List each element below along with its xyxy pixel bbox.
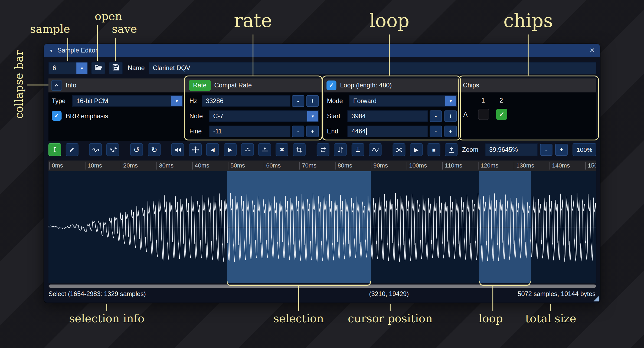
chevron-down-icon[interactable]: ▼ (76, 63, 87, 74)
ruler-tick: 30ms (156, 162, 174, 170)
zoom-value: 39.9645% (489, 146, 518, 153)
stop-icon: ■ (432, 146, 436, 153)
annotation-bracket-selection (227, 281, 371, 286)
draw-tool-button[interactable] (66, 143, 79, 156)
ruler-tick: 100ms (407, 162, 427, 170)
filter-button[interactable] (369, 143, 381, 156)
reverse-button[interactable] (317, 143, 329, 156)
annotation-bracket-loop (479, 281, 531, 286)
ibeam-cursor-icon (51, 146, 58, 153)
info-section-title: Info (66, 82, 76, 89)
resize-grip[interactable] (593, 296, 599, 301)
collapse-section-button[interactable] (51, 80, 62, 91)
sample-selector[interactable]: 6 ▼ (48, 62, 88, 74)
annotation-collapse-bar: collapse bar (12, 50, 25, 119)
undo-icon: ↺ (133, 145, 140, 154)
zoom-in-button[interactable]: + (555, 144, 568, 156)
normalize-button[interactable] (189, 143, 202, 156)
swap-horizontal-icon (319, 146, 327, 153)
name-value: Clarinet DQV (153, 64, 190, 72)
resize-button[interactable] (89, 143, 102, 156)
close-icon[interactable]: ✕ (590, 47, 595, 54)
annotation-total-size: total size (525, 312, 576, 325)
annotation-selection-info: selection info (69, 312, 145, 325)
annotation-line-chips (528, 34, 529, 75)
insert-silence-button[interactable] (241, 143, 254, 156)
annotation-chips: chips (504, 10, 553, 31)
annotation-line-total-size (550, 304, 551, 311)
crossfade-button[interactable] (393, 143, 405, 156)
annotation-loop: loop (369, 10, 409, 31)
brr-emphasis-checkbox[interactable]: ✓ (52, 111, 61, 121)
zoom-input[interactable]: 39.9645% (485, 143, 538, 156)
open-button[interactable] (91, 62, 105, 74)
filter-wave-icon (371, 146, 379, 153)
delete-button[interactable]: ✖ (276, 143, 288, 156)
ruler-tick: 80ms (335, 162, 352, 170)
silence-apply-icon (261, 146, 268, 153)
annotation-save: save (112, 22, 137, 35)
plus-minus-icon: ± (356, 145, 360, 154)
cursor-position-status: (3210, 19429) (369, 290, 409, 298)
swap-vertical-icon (336, 146, 344, 153)
check-icon: ✓ (54, 112, 59, 119)
trim-button[interactable] (293, 143, 306, 156)
chevron-down-icon[interactable]: ▼ (171, 96, 182, 106)
preview-button[interactable]: ▶ (410, 143, 423, 156)
wave-resize-icon (92, 146, 99, 153)
info-section-header: Info (48, 78, 186, 93)
zoom-out-button[interactable]: - (540, 144, 553, 156)
annotation-line-rate (253, 34, 253, 75)
annotation-line-selection-info (106, 304, 107, 311)
redo-button[interactable]: ↻ (148, 143, 161, 156)
fade-out-button[interactable]: ▶ (224, 143, 237, 156)
ruler-tick: 40ms (192, 162, 209, 170)
ruler-tick: 20ms (121, 162, 138, 170)
pencil-icon (68, 146, 76, 153)
annotation-rect-rate (184, 75, 322, 140)
silence-insert-icon (244, 146, 251, 153)
name-input[interactable]: Clarinet DQV (149, 62, 596, 74)
resample-button[interactable] (106, 143, 119, 156)
sign-invert-button[interactable]: ± (352, 143, 364, 156)
arrows-out-icon (192, 146, 199, 153)
annotation-line-selection (298, 286, 299, 311)
window-collapse-icon[interactable]: ▼ (49, 48, 53, 53)
ruler-tick: 120ms (478, 162, 498, 170)
fade-in-button[interactable]: ◀ (206, 143, 219, 156)
brr-emphasis-label: BRR emphasis (66, 110, 108, 123)
type-dropdown[interactable]: 16-bit PCM ▼ (72, 95, 183, 107)
zoom-reset-button[interactable]: 100% (573, 143, 596, 156)
folder-open-icon (94, 63, 102, 73)
zoom-label: Zoom (462, 143, 478, 156)
redo-icon: ↻ (151, 145, 157, 154)
annotation-line-loop (389, 34, 390, 75)
play-icon: ▶ (414, 146, 419, 153)
total-size-status: 5072 samples, 10144 bytes (518, 290, 596, 298)
floppy-disk-icon (112, 64, 119, 73)
selection-status: Select (1654-2983: 1329 samples) (48, 290, 146, 298)
annotation-cursor-position: cursor position (348, 312, 433, 325)
amplify-button[interactable] (171, 143, 184, 156)
annotation-selection: selection (273, 312, 324, 325)
waveform-display[interactable] (48, 171, 596, 283)
apply-silence-button[interactable] (258, 143, 271, 156)
invert-button[interactable] (334, 143, 346, 156)
annotation-line-open (97, 25, 98, 61)
import-button[interactable] (445, 143, 457, 156)
stop-preview-button[interactable]: ■ (427, 143, 440, 156)
time-ruler[interactable]: 0ms10ms20ms30ms40ms50ms60ms70ms80ms90ms1… (48, 160, 596, 171)
ruler-tick: 110ms (442, 162, 462, 170)
ruler-tick: 130ms (514, 162, 534, 170)
save-button[interactable] (109, 62, 123, 74)
sample-number: 6 (49, 64, 77, 72)
ruler-tick: 10ms (85, 162, 102, 170)
undo-button[interactable]: ↺ (130, 143, 143, 156)
crossfade-icon (395, 146, 403, 153)
screenshot-root: ▼ Sample Editor ✕ 6 ▼ (0, 0, 644, 348)
annotation-line-loop-marker (492, 286, 493, 311)
ruler-tick: 50ms (228, 162, 245, 170)
select-tool-button[interactable] (48, 143, 61, 156)
annotation-rect-loop (322, 75, 461, 140)
ruler-tick: 70ms (299, 162, 316, 170)
